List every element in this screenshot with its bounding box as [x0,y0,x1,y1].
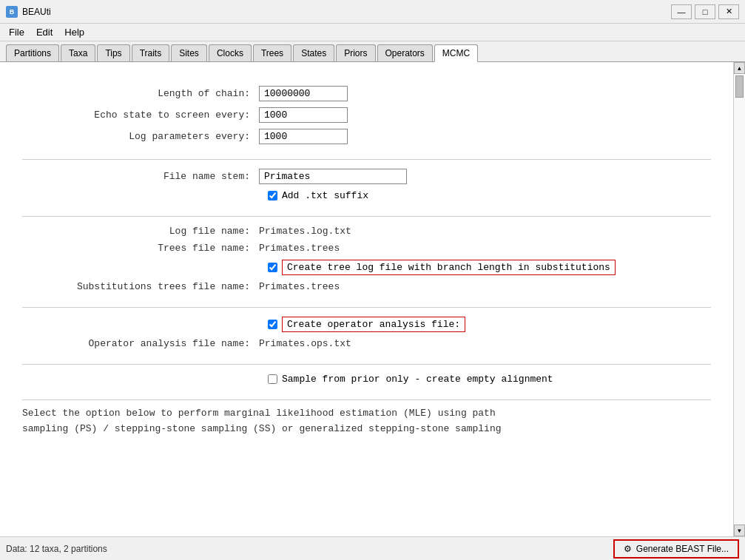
close-button[interactable]: ✕ [718,4,739,19]
subs-trees-row: Substitutions trees file name: Primates.… [22,281,711,292]
tabs-container: Partitions Taxa Tips Traits Sites Clocks… [0,41,745,62]
menu-help[interactable]: Help [58,25,90,39]
tab-priors[interactable]: Priors [336,44,375,61]
tab-sites[interactable]: Sites [171,44,207,61]
echo-state-input[interactable] [259,107,348,123]
create-operator-checkbox[interactable] [268,320,277,329]
sample-prior-row: Sample from prior only - create empty al… [268,374,711,385]
trees-file-row: Trees file name: Primates.trees [22,243,711,254]
description-line1: Select the option below to perform margi… [22,406,711,422]
tab-taxa[interactable]: Taxa [61,44,95,61]
add-txt-row: Add .txt suffix [268,190,711,201]
app-icon: B [6,6,18,18]
menu-bar: File Edit Help [0,24,745,41]
generate-beast-button[interactable]: ⚙ Generate BEAST File... [613,539,739,559]
file-name-section: File name stem: Add .txt suffix [22,160,711,217]
log-params-label: Log parameters every: [22,131,259,142]
chain-length-label: Length of chain: [22,88,259,99]
title-bar: B BEAUti — □ ✕ [0,0,745,24]
menu-edit[interactable]: Edit [30,25,58,39]
status-bar: Data: 12 taxa, 2 partitions ⚙ Generate B… [0,536,745,560]
window-title: BEAUti [22,7,51,17]
tab-clocks[interactable]: Clocks [209,44,252,61]
trees-file-label: Trees file name: [22,243,259,254]
tab-states[interactable]: States [293,44,334,61]
file-stem-row: File name stem: [22,169,711,184]
operator-file-value: Primates.ops.txt [259,338,351,349]
scrollbar[interactable]: ▲ ▼ [733,62,745,536]
trees-file-value: Primates.trees [259,243,340,254]
log-params-input[interactable] [259,129,348,144]
log-params-row: Log parameters every: [22,129,711,144]
tab-trees[interactable]: Trees [253,44,291,61]
create-tree-log-checkbox[interactable] [268,263,277,272]
tab-mcmc[interactable]: MCMC [434,44,478,62]
chain-length-input[interactable] [259,86,348,101]
log-file-row: Log file name: Primates.log.txt [22,226,711,237]
scroll-thumb[interactable] [735,75,744,98]
content-area: Length of chain: Echo state to screen ev… [0,62,745,536]
subs-trees-label: Substitutions trees file name: [22,281,259,292]
echo-state-label: Echo state to screen every: [22,109,259,121]
log-file-label: Log file name: [22,226,259,237]
tab-tips[interactable]: Tips [97,44,129,61]
create-tree-log-row: Create tree log file with branch length … [268,260,711,275]
title-bar-controls: — □ ✕ [671,4,739,19]
subs-trees-value: Primates.trees [259,281,340,292]
gear-icon: ⚙ [624,544,632,554]
file-stem-input[interactable] [259,169,407,184]
add-txt-checkbox[interactable] [268,191,277,200]
operator-analysis-section: Create operator analysis file: Operator … [22,308,711,365]
sample-prior-section: Sample from prior only - create empty al… [22,365,711,400]
chain-length-row: Length of chain: [22,86,711,101]
log-file-value: Primates.log.txt [259,226,351,237]
scroll-up-button[interactable]: ▲ [734,62,745,74]
main-content: Partitions Taxa Tips Traits Sites Clocks… [0,41,745,536]
file-stem-label: File name stem: [22,171,259,182]
operator-file-row: Operator analysis file name: Primates.op… [22,338,711,349]
menu-file[interactable]: File [3,25,30,39]
log-files-section: Log file name: Primates.log.txt Trees fi… [22,217,711,308]
generate-btn-label: Generate BEAST File... [636,544,729,554]
sample-prior-label: Sample from prior only - create empty al… [282,374,553,385]
status-text: Data: 12 taxa, 2 partitions [6,544,107,554]
sample-prior-checkbox[interactable] [268,374,277,384]
maximize-button[interactable]: □ [695,4,715,19]
operator-file-label: Operator analysis file name: [22,338,259,349]
tab-operators[interactable]: Operators [377,44,433,61]
echo-state-row: Echo state to screen every: [22,107,711,123]
chain-settings-section: Length of chain: Echo state to screen ev… [22,77,711,160]
tab-traits[interactable]: Traits [132,44,170,61]
create-operator-label: Create operator analysis file: [282,317,465,332]
create-tree-log-label: Create tree log file with branch length … [282,260,616,275]
create-operator-row: Create operator analysis file: [268,317,711,332]
description-line2: sampling (PS) / stepping-stone sampling … [22,422,711,437]
tab-partitions[interactable]: Partitions [6,44,59,61]
add-txt-label: Add .txt suffix [282,190,368,201]
scroll-track[interactable] [734,74,745,524]
content-scroll[interactable]: Length of chain: Echo state to screen ev… [0,62,733,536]
title-bar-left: B BEAUti [6,6,51,18]
description-text: Select the option below to perform margi… [22,400,711,437]
minimize-button[interactable]: — [671,4,692,19]
scroll-down-button[interactable]: ▼ [734,524,745,536]
